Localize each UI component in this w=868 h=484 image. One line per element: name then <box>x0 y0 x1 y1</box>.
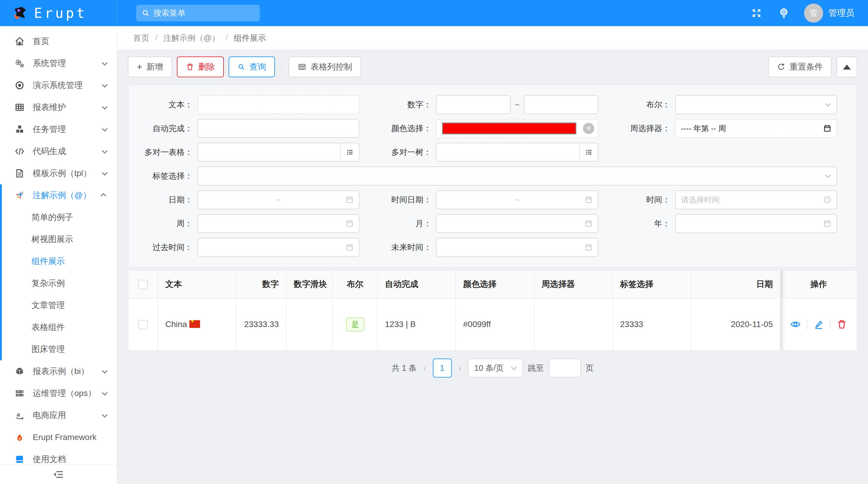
reset-conditions-button[interactable]: 重置条件 <box>768 57 832 77</box>
many-to-one-table-field <box>197 143 360 162</box>
data-table: 文本 数字 数字滑块 布尔 自动完成 颜色选择 周选择器 标签选择 日期 操作 <box>128 270 857 351</box>
chevron-down-icon <box>102 412 107 418</box>
many-to-one-tree-field <box>436 143 598 162</box>
sidebar-item-demo-system-mgmt[interactable]: 演示系统管理 <box>0 74 117 96</box>
cubes-icon <box>13 124 26 134</box>
edit-row-button[interactable] <box>813 319 824 330</box>
sidebar-item-task-mgmt[interactable]: 任务管理 <box>0 118 117 140</box>
sidebar-item-erupt-framework[interactable]: Erupt Framework <box>0 426 117 448</box>
sidebar-subitem-article-mgmt[interactable]: 文章管理 <box>2 294 117 316</box>
delete-row-button[interactable] <box>836 319 847 330</box>
week-date-picker[interactable] <box>197 214 360 233</box>
sidebar-item-label: 电商应用 <box>33 410 102 421</box>
many-to-one-table-input[interactable] <box>203 148 353 157</box>
cell-autocomplete: 1233 | B <box>377 298 456 351</box>
cell-number: 23333.33 <box>236 298 286 351</box>
sidebar-item-system-mgmt[interactable]: 系统管理 <box>0 52 117 74</box>
time-picker-input[interactable] <box>681 195 831 205</box>
time-picker[interactable] <box>675 190 837 209</box>
sidebar-subitem-tree-view[interactable]: 树视图展示 <box>2 228 117 250</box>
open-tree-picker-button[interactable] <box>579 143 598 161</box>
color-picker-field[interactable]: ✕ <box>436 119 598 138</box>
sidebar-item-label: 演示系统管理 <box>33 80 102 91</box>
fullscreen-icon <box>751 7 763 19</box>
jump-to-label: 跳至 <box>528 363 544 373</box>
year-picker[interactable] <box>675 214 837 233</box>
filter-label-number: 数字： <box>373 99 436 110</box>
sidebar-subitem-table-component[interactable]: 表格组件 <box>2 316 117 338</box>
sidebar-item-template-demo[interactable]: 模板示例（tpl） <box>0 162 117 184</box>
sidebar-item-report-demo-bi[interactable]: 报表示例（bi） <box>0 360 117 382</box>
fullscreen-button[interactable] <box>749 6 764 20</box>
menu-search-input[interactable] <box>153 9 249 18</box>
filter-label-date: 日期： <box>134 194 197 205</box>
user-menu[interactable]: 管 管理员 <box>804 4 854 23</box>
add-button[interactable]: + 新增 <box>128 57 172 77</box>
lightbulb-icon <box>778 7 790 19</box>
col-header-slider: 数字滑块 <box>286 270 333 298</box>
past-time-picker[interactable] <box>197 238 360 257</box>
sidebar-item-home[interactable]: 首页 <box>0 30 117 52</box>
collapse-filter-button[interactable] <box>836 57 857 77</box>
page-number-button[interactable]: 1 <box>433 359 452 377</box>
sidebar-subitem-image-mgmt[interactable]: 图床管理 <box>2 338 117 360</box>
sidebar-item-ops-mgmt[interactable]: 运维管理（ops） <box>0 382 117 404</box>
cell-date: 2020-11-05 <box>691 298 780 351</box>
open-table-picker-button[interactable] <box>340 143 359 161</box>
month-picker[interactable] <box>436 214 598 233</box>
datetime-range-picker[interactable]: ~ <box>436 190 598 209</box>
code-icon <box>13 146 26 156</box>
eye-icon <box>790 319 801 330</box>
page-size-select[interactable]: 10 条/页 <box>468 359 523 377</box>
filter-label-color: 颜色选择： <box>373 123 436 134</box>
number-min-input[interactable] <box>442 100 505 110</box>
breadcrumb-item-home[interactable]: 首页 <box>133 33 149 43</box>
text-filter-input[interactable] <box>203 100 353 110</box>
week-picker-field[interactable]: ---- 年第 -- 周 <box>675 119 837 138</box>
sidebar-item-annotation-demo[interactable]: 注解示例（@） <box>2 184 117 206</box>
color-swatch[interactable] <box>442 122 576 134</box>
theme-bulb-button[interactable] <box>777 6 791 20</box>
number-max-input[interactable] <box>530 100 592 110</box>
number-min-input-wrap <box>436 95 511 114</box>
calendar-icon <box>584 195 593 204</box>
clear-color-button[interactable]: ✕ <box>583 123 594 134</box>
chevron-down-icon <box>102 60 107 66</box>
view-row-button[interactable] <box>790 319 801 330</box>
plus-icon: + <box>137 62 143 72</box>
bool-select[interactable] <box>675 95 837 114</box>
menu-search-box[interactable] <box>136 5 260 22</box>
query-button[interactable]: 查询 <box>228 57 275 77</box>
row-checkbox[interactable] <box>138 320 148 329</box>
sidebar-subitem-simple-example[interactable]: 简单的例子 <box>2 206 117 228</box>
column-control-button[interactable]: 表格列控制 <box>289 57 361 77</box>
svg-text:a: a <box>17 410 20 418</box>
future-time-picker[interactable] <box>436 238 598 257</box>
autocomplete-input[interactable] <box>203 124 353 133</box>
tag-select-field[interactable] <box>197 167 837 185</box>
sidebar-item-label: 报表维护 <box>33 102 102 113</box>
rocket-icon <box>13 190 26 201</box>
cube-3d-icon <box>13 366 26 376</box>
sidebar-subitem-complex-example[interactable]: 复杂示例 <box>2 272 117 294</box>
col-header-number: 数字 <box>236 270 286 298</box>
chevron-down-icon <box>102 82 107 88</box>
breadcrumb-separator: / <box>155 33 158 42</box>
sidebar-item-report-maintain[interactable]: 报表维护 <box>0 96 117 118</box>
sidebar-collapse-button[interactable] <box>0 464 117 484</box>
filter-label-text: 文本： <box>134 99 197 110</box>
breadcrumb-item-annotation[interactable]: 注解示例（@） <box>163 33 220 43</box>
many-to-one-tree-input[interactable] <box>442 148 592 157</box>
jump-to-page-input[interactable] <box>549 359 581 377</box>
sidebar-item-docs[interactable]: 使用文档 <box>0 448 117 464</box>
date-range-picker[interactable]: ~ <box>197 190 360 209</box>
sidebar-item-code-gen[interactable]: 代码生成 <box>0 140 117 162</box>
next-page-button[interactable]: › <box>457 363 463 373</box>
prev-page-button[interactable]: ‹ <box>422 363 428 373</box>
erupt-bird-logo-icon <box>12 5 29 22</box>
sidebar-subitem-component-demo[interactable]: 组件展示 <box>2 250 117 272</box>
sidebar-item-ecommerce[interactable]: a 电商应用 <box>0 404 117 426</box>
col-header-week-picker: 周选择器 <box>534 270 613 298</box>
delete-button[interactable]: 删除 <box>177 57 224 77</box>
select-all-checkbox[interactable] <box>138 280 148 289</box>
